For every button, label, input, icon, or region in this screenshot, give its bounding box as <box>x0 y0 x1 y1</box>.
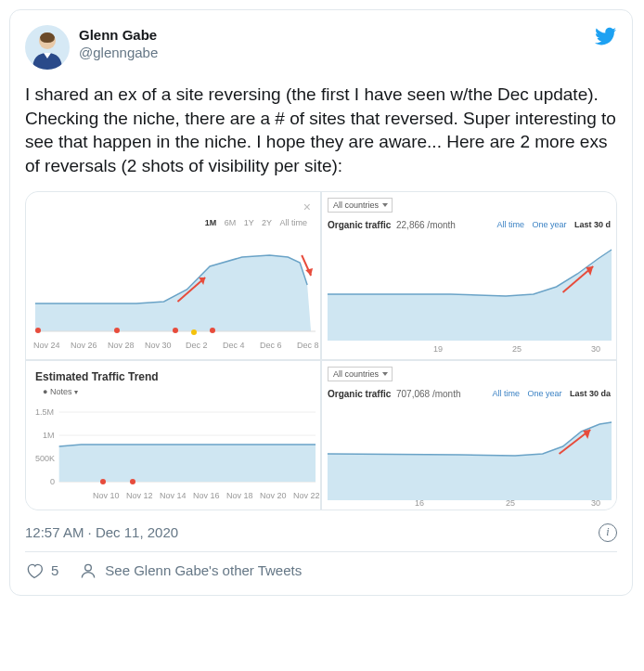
media-grid[interactable]: × 1M 6M 1Y 2Y All time <box>25 191 617 510</box>
tweet-text: I shared an ex of a site reversing (the … <box>25 83 617 178</box>
media-panel-4[interactable]: All countries Organic traffic 707,068 /m… <box>322 361 616 510</box>
display-name: Glenn Gabe <box>79 27 595 45</box>
media-panel-3[interactable]: Estimated Traffic Trend ● Notes ▾ 1.5M 1… <box>26 361 320 510</box>
x-tick: 25 <box>506 498 515 508</box>
tweet-header: Glenn Gabe @glenngabe <box>25 25 617 70</box>
x-tick: 19 <box>433 344 443 354</box>
traffic-trend-chart <box>26 361 320 510</box>
x-tick: Nov 22 <box>293 491 320 500</box>
x-tick: Nov 28 <box>108 341 135 350</box>
x-tick: Nov 24 <box>33 341 60 350</box>
organic-chart-2 <box>322 361 616 510</box>
x-tick: Dec 8 <box>297 341 319 350</box>
x-tick: Nov 12 <box>126 491 153 500</box>
x-tick: 30 <box>591 498 600 508</box>
visibility-chart-1 <box>26 192 320 359</box>
x-tick: 30 <box>591 344 600 354</box>
heart-icon <box>25 561 44 580</box>
media-panel-2[interactable]: All countries Organic traffic 22,866 /mo… <box>322 192 616 359</box>
x-tick: Nov 26 <box>71 341 97 350</box>
like-count: 5 <box>51 562 58 578</box>
x-tick: Dec 6 <box>260 341 282 350</box>
x-tick: 16 <box>415 498 424 508</box>
info-icon[interactable]: i <box>599 523 617 542</box>
organic-chart-1 <box>322 192 616 359</box>
y-tick: 1M <box>43 431 55 440</box>
y-tick: 500K <box>35 454 55 463</box>
x-tick: 25 <box>512 344 522 354</box>
x-tick: Dec 2 <box>186 341 208 350</box>
x-tick: Nov 30 <box>145 341 172 350</box>
x-tick: Nov 10 <box>93 491 120 500</box>
x-tick: Nov 16 <box>193 491 220 500</box>
tweet-actions: 5 See Glenn Gabe's other Tweets <box>25 561 617 580</box>
svg-marker-3 <box>305 268 313 276</box>
avatar[interactable] <box>25 25 70 70</box>
timestamp-row: 12:57 AM · Dec 11, 2020 i <box>25 523 617 542</box>
x-tick: Nov 20 <box>260 491 287 500</box>
y-tick: 0 <box>50 477 55 486</box>
media-panel-1[interactable]: × 1M 6M 1Y 2Y All time <box>26 192 320 359</box>
google-marker-icon <box>191 329 197 335</box>
like-button[interactable]: 5 <box>25 561 58 580</box>
tweet-card: Glenn Gabe @glenngabe I shared an ex of … <box>9 9 633 596</box>
x-tick: Nov 14 <box>160 491 187 500</box>
timestamp-link[interactable]: 12:57 AM · Dec 11, 2020 <box>25 524 178 540</box>
twitter-logo-icon[interactable] <box>595 25 617 47</box>
author-block[interactable]: Glenn Gabe @glenngabe <box>79 25 595 62</box>
see-other-tweets-text: See Glenn Gabe's other Tweets <box>105 562 302 578</box>
y-tick: 1.5M <box>35 407 54 417</box>
x-tick: Dec 4 <box>223 341 245 350</box>
see-other-tweets-link[interactable]: See Glenn Gabe's other Tweets <box>79 561 302 580</box>
handle: @glenngabe <box>79 45 595 62</box>
svg-point-11 <box>85 564 92 571</box>
person-icon <box>79 561 97 580</box>
divider <box>25 551 617 552</box>
x-tick: Nov 18 <box>226 491 253 500</box>
